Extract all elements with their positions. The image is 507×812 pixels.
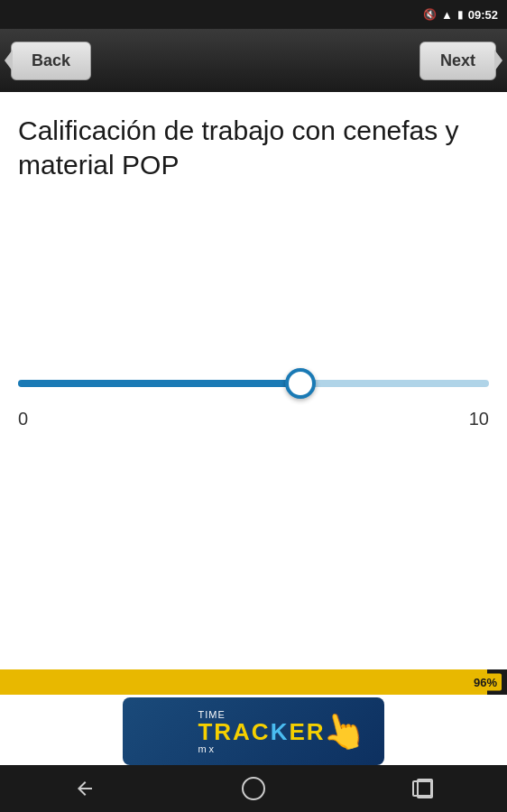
home-nav-button[interactable] <box>226 770 281 807</box>
main-content: Calificación de trabajo con cenefas y ma… <box>0 92 507 203</box>
slider-fill <box>18 380 300 387</box>
slider-container[interactable] <box>18 365 489 401</box>
wifi-icon: ▲ <box>441 8 453 22</box>
progress-bar-fill <box>0 669 487 695</box>
ad-mx-text: mx <box>198 743 217 754</box>
status-icons: 🔇 ▲ ▮ 09:52 <box>423 8 498 22</box>
bottom-nav <box>0 765 507 812</box>
ad-content: TIME TRACKER mx <box>181 709 325 754</box>
next-button[interactable]: Next <box>419 42 496 80</box>
recents-nav-button[interactable] <box>395 770 449 807</box>
slider-thumb[interactable] <box>285 368 316 399</box>
progress-label: 96% <box>469 674 502 691</box>
back-nav-icon <box>74 778 96 799</box>
slider-section: 0 10 <box>0 203 507 429</box>
ad-tracker-text: TRACKER <box>198 720 325 743</box>
slider-min-label: 0 <box>18 409 28 429</box>
slider-labels: 0 10 <box>18 409 489 429</box>
slider-track[interactable] <box>18 380 489 387</box>
mute-icon: 🔇 <box>423 8 437 21</box>
page-title: Calificación de trabajo con cenefas y ma… <box>18 114 489 181</box>
status-bar: 🔇 ▲ ▮ 09:52 <box>0 0 507 29</box>
back-nav-button[interactable] <box>58 770 112 807</box>
back-button[interactable]: Back <box>11 42 91 80</box>
nav-bar: Back Next <box>0 29 507 92</box>
recents-nav-icon <box>412 780 432 797</box>
slider-max-label: 10 <box>469 409 489 429</box>
home-nav-icon <box>242 777 265 800</box>
status-time: 09:52 <box>468 8 498 22</box>
ad-banner[interactable]: TIME TRACKER mx 👆 <box>123 697 384 765</box>
progress-section: 96% <box>0 669 507 695</box>
battery-icon: ▮ <box>457 8 464 21</box>
progress-bar-bg: 96% <box>0 669 507 695</box>
